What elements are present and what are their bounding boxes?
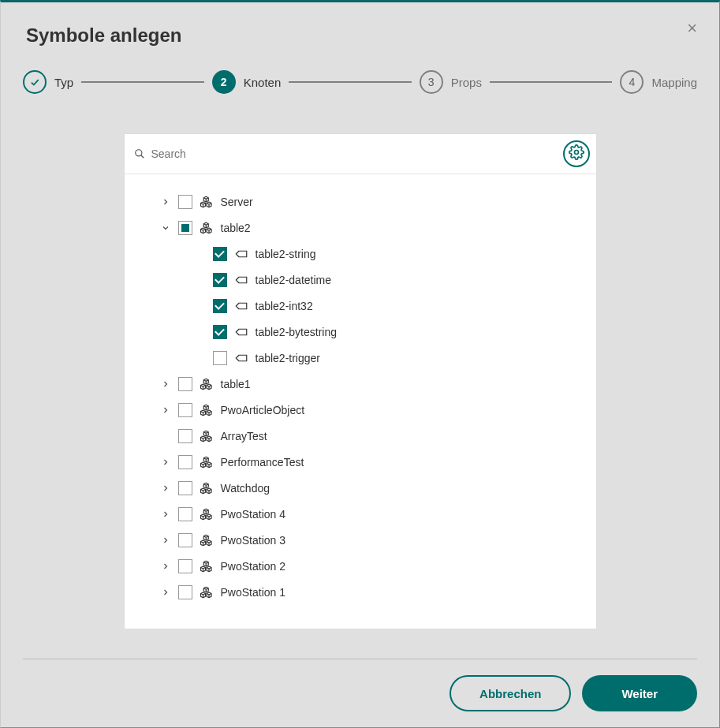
dialog-footer: Abbrechen Weiter <box>23 659 697 711</box>
object-icon <box>199 376 215 392</box>
chevron-right-icon[interactable] <box>158 506 173 522</box>
tag-icon <box>233 350 249 366</box>
stepper: Typ 2 Knoten 3 Props 4 Mapping <box>1 62 719 113</box>
checkbox[interactable] <box>213 325 227 339</box>
checkbox[interactable] <box>178 403 192 417</box>
tree: Servertable2table2-stringtable2-datetime… <box>125 174 596 629</box>
settings-button[interactable] <box>563 140 590 167</box>
tree-node[interactable]: table2-bytestring <box>134 319 587 345</box>
chevron-right-icon[interactable] <box>158 584 173 600</box>
node-label: PwoStation 2 <box>221 560 286 573</box>
object-icon <box>199 402 215 418</box>
step-connector <box>81 81 204 83</box>
tree-node[interactable]: PwoStation 2 <box>134 553 587 579</box>
checkbox[interactable] <box>213 351 227 365</box>
search-icon <box>134 148 145 159</box>
tree-node[interactable]: table2-datetime <box>134 267 587 293</box>
tree-node[interactable]: table2 <box>134 215 587 241</box>
node-label: Server <box>221 196 253 208</box>
chevron-down-icon[interactable] <box>158 220 173 236</box>
chevron-right-icon[interactable] <box>158 558 173 574</box>
checkbox[interactable] <box>213 273 227 287</box>
svg-point-0 <box>135 150 141 156</box>
node-label: PerformanceTest <box>221 456 304 469</box>
tree-node[interactable]: table2-int32 <box>134 293 587 319</box>
checkbox[interactable] <box>178 533 192 547</box>
step-number: 3 <box>420 70 443 94</box>
search-row <box>125 134 596 174</box>
chevron-right-icon[interactable] <box>158 532 173 548</box>
checkbox[interactable] <box>178 455 192 469</box>
step-number: 4 <box>620 70 644 94</box>
step-typ[interactable]: Typ <box>23 70 73 94</box>
dialog: × Symbole anlegen Typ 2 Knoten 3 Props 4… <box>0 0 720 728</box>
tree-node[interactable]: PwoStation 1 <box>134 579 587 605</box>
search-input[interactable] <box>145 144 563 163</box>
checkbox[interactable] <box>178 195 192 209</box>
tree-node[interactable]: PwoStation 3 <box>134 527 587 553</box>
checkbox[interactable] <box>178 507 192 521</box>
svg-line-1 <box>140 155 144 159</box>
tree-node[interactable]: Watchdog <box>134 475 587 501</box>
tree-node[interactable]: Server <box>134 189 587 215</box>
checkbox[interactable] <box>178 221 192 235</box>
checkbox[interactable] <box>213 299 227 313</box>
checkbox[interactable] <box>178 585 192 599</box>
checkbox[interactable] <box>178 429 192 443</box>
tag-icon <box>233 298 249 314</box>
node-label: table2-datetime <box>256 274 332 286</box>
tree-node[interactable]: PwoStation 4 <box>134 501 587 527</box>
tree-node[interactable]: table2-trigger <box>134 345 587 371</box>
step-connector <box>490 81 613 83</box>
checkbox[interactable] <box>178 481 192 495</box>
step-label: Props <box>451 76 482 89</box>
dialog-title: Symbole anlegen <box>1 2 719 62</box>
node-label: table2 <box>221 222 251 234</box>
object-icon <box>199 220 215 236</box>
chevron-right-icon[interactable] <box>158 376 173 392</box>
tag-icon <box>233 246 249 262</box>
chevron-right-icon[interactable] <box>158 480 173 496</box>
step-number: 2 <box>212 70 236 94</box>
step-connector <box>289 81 412 83</box>
tag-icon <box>233 272 249 288</box>
node-label: PwoStation 3 <box>221 534 286 547</box>
node-label: PwoArticleObject <box>221 404 305 416</box>
tag-icon <box>233 324 249 340</box>
check-icon <box>23 70 47 94</box>
tree-node[interactable]: PwoArticleObject <box>134 397 587 423</box>
step-label: Typ <box>54 76 73 89</box>
node-label: table2-int32 <box>256 300 313 312</box>
tree-node[interactable]: table2-string <box>134 241 587 267</box>
object-icon <box>199 480 215 496</box>
tree-node[interactable]: PerformanceTest <box>134 449 587 475</box>
object-icon <box>199 532 215 548</box>
object-icon <box>199 454 215 470</box>
node-label: ArrayTest <box>221 430 267 442</box>
step-label: Knoten <box>244 76 282 89</box>
node-label: table1 <box>221 378 251 390</box>
divider <box>23 659 697 659</box>
step-knoten[interactable]: 2 Knoten <box>212 70 282 94</box>
chevron-right-icon[interactable] <box>158 402 173 418</box>
checkbox[interactable] <box>178 559 192 573</box>
tree-node[interactable]: table1 <box>134 371 587 397</box>
close-icon[interactable]: × <box>687 20 697 37</box>
object-icon <box>199 194 215 210</box>
step-label: Mapping <box>651 76 697 89</box>
object-icon <box>199 584 215 600</box>
node-label: table2-string <box>256 248 316 260</box>
object-icon <box>199 558 215 574</box>
step-mapping[interactable]: 4 Mapping <box>620 70 697 94</box>
cancel-button[interactable]: Abbrechen <box>450 675 571 711</box>
object-icon <box>199 428 215 444</box>
chevron-right-icon[interactable] <box>158 454 173 470</box>
tree-node[interactable]: ArrayTest <box>134 423 587 449</box>
checkbox[interactable] <box>213 247 227 261</box>
step-props[interactable]: 3 Props <box>420 70 482 94</box>
chevron-right-icon[interactable] <box>158 194 173 210</box>
node-label: table2-trigger <box>256 352 321 364</box>
next-button[interactable]: Weiter <box>582 675 697 711</box>
checkbox[interactable] <box>178 377 192 391</box>
gear-icon <box>569 144 584 163</box>
